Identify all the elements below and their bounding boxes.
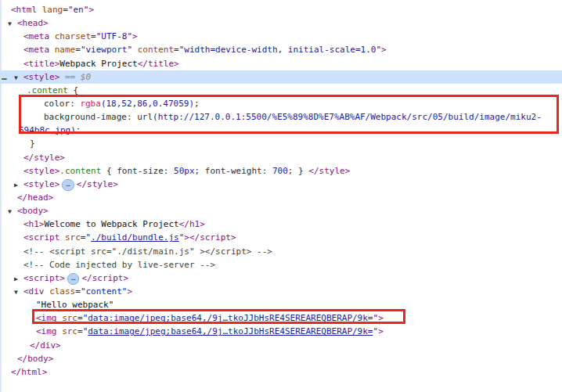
dom-tree-row[interactable]: </html> — [0, 365, 562, 379]
attribute-name-token: src — [62, 313, 77, 323]
attribute-name-token: name — [55, 45, 76, 55]
dom-tree-row[interactable]: } — [0, 137, 562, 150]
punctuation-token: } — [30, 138, 35, 149]
punctuation-token: { — [68, 85, 78, 95]
tag-token: <script — [23, 232, 65, 243]
tag-token: > — [378, 313, 384, 323]
dom-tree-row[interactable]: <img src="data:image/jpeg;base64,/9j…tko… — [0, 325, 562, 338]
dom-tree-row[interactable]: ▼<head> — [0, 16, 562, 30]
dom-tree-row[interactable]: <style>.content { font-size: 50px; font-… — [0, 164, 562, 178]
dom-tree-row[interactable]: <img src="data:image/jpeg;base64,/9j…tko… — [0, 311, 562, 325]
selected-node-hint: == $0 — [59, 72, 91, 82]
tag-token: <head> — [17, 18, 49, 28]
dom-tree-row[interactable]: </body> — [0, 352, 562, 365]
tag-token: ></script> — [184, 232, 236, 243]
tag-token: <html — [11, 5, 42, 15]
tag-token: <div — [23, 286, 49, 297]
dom-tree-row[interactable]: <!-- Code injected by live-server --> — [0, 258, 562, 272]
tag-token: </body> — [17, 354, 53, 364]
dom-tree-row[interactable]: ▶<style>…</style> — [0, 178, 562, 191]
tag-token: <style> — [23, 166, 59, 176]
punctuation-token: = — [77, 326, 83, 336]
dom-tree-row[interactable]: …▼<style> == $0 — [0, 70, 562, 84]
css-selector-token: .content — [59, 166, 101, 176]
tag-token: </html> — [11, 367, 47, 377]
dom-tree-row[interactable]: color: rgba(18,52,86,0.47059); — [0, 97, 562, 110]
punctuation-token: : — [164, 166, 174, 176]
css-function-token: rgba — [80, 99, 101, 109]
attribute-value-token: "viewport" — [81, 45, 132, 55]
css-value-token: 700 — [272, 166, 288, 176]
row-menu-dots-icon[interactable]: … — [2, 70, 14, 84]
dom-tree-row[interactable]: ▼<body> — [0, 204, 562, 218]
dom-tree-row[interactable]: <!-- <script src="./dist/main.js" ></scr… — [0, 245, 562, 258]
css-property-token: background-image — [44, 112, 127, 122]
css-selector-token: .content — [27, 85, 68, 95]
punctuation-token: = — [63, 5, 68, 15]
dom-tree-row[interactable]: <title>Webpack Project</title> — [0, 57, 562, 70]
text-token: Webpack Project — [59, 59, 137, 69]
tag-token: </style> — [23, 153, 65, 163]
show-more-button[interactable]: … — [67, 273, 79, 285]
punctuation-token: ; — [194, 99, 200, 109]
chevron-down-icon[interactable]: ▼ — [8, 17, 17, 31]
tag-token: > — [88, 5, 94, 15]
resource-link[interactable]: data:image/jpeg;base64,/9j…tkoJJbHsRE4SE… — [88, 313, 373, 323]
chevron-right-icon[interactable]: ▶ — [14, 178, 23, 192]
attribute-name-token: charset — [55, 31, 91, 41]
attribute-value-token: "UTF-8" — [96, 31, 132, 41]
dom-tree-row[interactable]: <html lang="en"> — [0, 3, 562, 16]
tag-token: <img — [36, 313, 62, 323]
dom-tree-row[interactable]: <script src="./build/bundle.js"></script… — [0, 231, 562, 244]
chevron-right-icon[interactable]: ▶ — [14, 272, 23, 286]
tag-token: <script> — [23, 273, 65, 283]
comment-token: <!-- Code injected by live-server --> — [23, 260, 215, 270]
punctuation-token: url( — [137, 112, 158, 122]
tag-token: > — [381, 45, 387, 55]
attribute-name-token: lang — [42, 5, 63, 15]
chevron-down-icon[interactable]: ▼ — [14, 286, 23, 299]
tag-token: </style> — [77, 179, 118, 189]
resource-link[interactable]: ./build/bundle.js — [91, 232, 179, 243]
punctuation-token: = — [77, 313, 83, 323]
elements-panel: <html lang="en">▼<head><meta charset="UT… — [0, 0, 562, 392]
tag-token: > — [127, 286, 132, 297]
punctuation-token: ; — [195, 166, 205, 176]
resource-link[interactable]: data:image/jpeg;base64,/9j…tkoJJbHsRE4SE… — [88, 326, 373, 336]
chevron-down-icon[interactable]: ▼ — [8, 205, 17, 218]
attribute-value-token: "width=device-width, initial-scale=1.0" — [179, 45, 381, 55]
dom-tree-row[interactable]: ▼<div class="content"> — [0, 285, 562, 298]
dom-tree-row[interactable]: <meta charset="UTF-8"> — [0, 30, 562, 43]
attribute-name-token: class — [49, 286, 75, 297]
dom-tree-row[interactable]: "Hello webpack" — [0, 298, 562, 311]
punctuation-token: : — [262, 166, 272, 176]
css-property-token: font-size — [117, 166, 164, 176]
comment-token: <!-- <script src="./dist/main.js" ></scr… — [23, 246, 272, 257]
dom-tree-row[interactable]: background-image: url(http://127.0.0.1:5… — [0, 110, 562, 124]
dom-tree-row[interactable]: ▶<script>…</script> — [0, 272, 562, 285]
css-value-token: (18,52,86,0.47059) — [101, 99, 194, 109]
css-property-token: font-weight — [205, 166, 262, 176]
tag-token: <img — [36, 326, 62, 336]
punctuation-token: = — [91, 31, 96, 41]
dom-tree-row[interactable]: <meta name="viewport" content="width=dev… — [0, 43, 562, 56]
css-property-token: color — [44, 99, 70, 109]
dom-tree: <html lang="en">▼<head><meta charset="UT… — [0, 3, 562, 379]
tag-token: <meta — [23, 45, 55, 55]
dom-tree-row[interactable]: </style> — [0, 151, 562, 164]
tag-token: <meta — [23, 31, 55, 41]
tag-token: <h1> — [23, 219, 45, 229]
attribute-name-token: content — [132, 45, 174, 55]
attribute-value-token: "en" — [68, 5, 89, 15]
dom-tree-row[interactable]: <h1>Welcome to Webpack Project</h1> — [0, 218, 562, 231]
show-more-button[interactable]: … — [62, 179, 74, 191]
attribute-name-token: src — [65, 232, 81, 243]
dom-tree-row[interactable]: </head> — [0, 191, 562, 204]
chevron-down-icon[interactable]: ▼ — [14, 71, 23, 85]
dom-tree-row[interactable]: 694b8c.jpg); — [0, 124, 562, 137]
dom-tree-row[interactable]: .content { — [0, 84, 562, 97]
tag-token: </script> — [81, 273, 128, 283]
tag-token: <style> — [23, 72, 59, 82]
dom-tree-row[interactable]: </div> — [0, 339, 562, 352]
punctuation-token: ); — [70, 125, 81, 135]
